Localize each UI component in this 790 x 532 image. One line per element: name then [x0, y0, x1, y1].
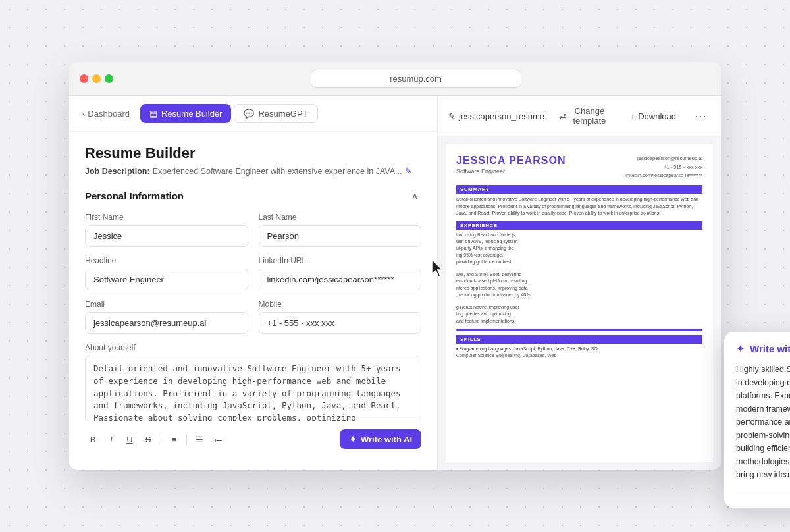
- change-template-button[interactable]: ⇄ Change template: [552, 103, 616, 129]
- skills-text: • Programming Languages: JavaScript, Pyt…: [456, 346, 702, 351]
- resume-linkedin: linkedin.com/jessicapearso-ia*******: [625, 172, 702, 180]
- bold-button[interactable]: B: [85, 431, 101, 447]
- last-name-group: Last Name: [259, 213, 422, 247]
- experience-list: tion using React and Node.js, tem on AWS…: [456, 232, 702, 325]
- left-panel: ‹ Dashboard ▤ Resume Builder 💬 ResumeGPT: [69, 96, 438, 470]
- underline-button[interactable]: U: [122, 431, 138, 447]
- resume-toolbar: ✎ jessicaperson_resume ⇄ Change template…: [438, 96, 721, 136]
- exp-detail-1a: tion using React and Node.js,: [456, 232, 516, 237]
- address-bar[interactable]: resumup.com: [311, 70, 521, 88]
- personal-info-title: Personal Information: [85, 190, 184, 201]
- form-area: Resume Builder Job Description: Experien…: [69, 132, 437, 470]
- job-desc-value: Experienced Software Engineer with exten…: [153, 167, 402, 176]
- linkedin-input[interactable]: [259, 269, 422, 290]
- tab-resume-builder[interactable]: ▤ Resume Builder: [140, 104, 232, 123]
- minimize-button[interactable]: [92, 74, 101, 83]
- ai-replace-button[interactable]: ↺ Replace: [748, 507, 790, 508]
- back-link[interactable]: ‹ Dashboard: [82, 109, 130, 119]
- filename-text: jessicaperson_resume: [459, 111, 544, 121]
- exp-meta-1: tion using React and Node.js,: [456, 232, 702, 237]
- strikethrough-button[interactable]: S: [140, 431, 156, 447]
- maximize-button[interactable]: [105, 74, 113, 83]
- back-chevron-icon: ‹: [82, 109, 85, 119]
- page-title: Resume Builder: [85, 145, 421, 162]
- write-ai-label: Write with AI: [361, 435, 412, 444]
- traffic-lights: [80, 74, 113, 83]
- bullet-2b: ers cloud-based platform, resulting: [456, 278, 702, 285]
- about-group: About yourself: [85, 343, 421, 424]
- resume-preview-area: JESSICA PEARSON Software Engineer jessic…: [438, 136, 721, 470]
- download-button[interactable]: ↓ Download: [624, 108, 683, 124]
- ai-suggestion-1: Highly skilled Software Engineer with a …: [736, 363, 790, 491]
- ai-popup-body: Highly skilled Software Engineer with a …: [724, 363, 790, 508]
- bullet-1a: tem on AWS, reducing system: [456, 238, 702, 246]
- close-button[interactable]: [80, 74, 88, 83]
- bullet-2d: , reducing production issues by 40%.: [456, 292, 702, 299]
- tab-resumegpt[interactable]: 💬 ResumeGPT: [234, 104, 317, 123]
- bullet-2c: ntered applications, improving data: [456, 285, 702, 292]
- more-options-button[interactable]: ⋯: [691, 107, 710, 124]
- last-name-label: Last Name: [259, 213, 422, 222]
- linkedin-group: LinkedIn URL: [259, 256, 422, 290]
- email-input[interactable]: [85, 312, 248, 334]
- resumegpt-icon: 💬: [244, 109, 254, 119]
- resume-name-block: JESSICA PEARSON Software Engineer: [456, 155, 566, 180]
- summary-text: Detail-oriented and innovative Software …: [456, 196, 702, 217]
- replace-icon: ↺: [748, 507, 755, 508]
- resume-email: jessicapearson@resumeup.ai: [625, 155, 702, 163]
- write-with-ai-button[interactable]: ✦ Write with AI: [340, 429, 421, 449]
- resume-header: JESSICA PEARSON Software Engineer jessic…: [456, 155, 702, 180]
- resume-headline: Software Engineer: [456, 168, 566, 174]
- job-desc-label: Job Description:: [85, 167, 150, 176]
- mobile-group: Mobile: [259, 300, 422, 334]
- edit-job-desc-icon[interactable]: ✎: [405, 166, 412, 176]
- ai-actions-row: ↺ Replace ⊕ Add Below: [736, 499, 790, 508]
- exp-item-3: g React Native, improving user ling quer…: [456, 302, 702, 325]
- experience-section-bar: EXPERIENCE: [456, 221, 702, 230]
- back-link-label: Dashboard: [88, 109, 130, 119]
- headline-group: Headline: [85, 256, 248, 290]
- personal-info-section-header: Personal Information ∧: [85, 189, 421, 202]
- top-nav: ‹ Dashboard ▤ Resume Builder 💬 ResumeGPT: [69, 96, 437, 132]
- mobile-input[interactable]: [259, 312, 422, 334]
- ai-sparkle-icon: ✦: [736, 342, 745, 355]
- skills-section-bar: SKILLS: [456, 335, 702, 344]
- skills-content: Programming Languages: JavaScript, Pytho…: [459, 346, 600, 351]
- ai-write-popup: ✦ Write with AI Highly skilled Software …: [724, 332, 790, 508]
- bullet-1c: ing 95% test coverage,: [456, 252, 702, 259]
- exp-item-2: ava, and Spring Boot, delivering ers clo…: [456, 269, 702, 299]
- contact-row: Email Mobile: [85, 300, 421, 334]
- bullet-3a: g React Native, improving user: [456, 304, 702, 311]
- browser-window: resumup.com ‹ Dashboard ▤ Resume Builder…: [69, 62, 721, 470]
- first-name-input[interactable]: [85, 225, 248, 247]
- about-textarea[interactable]: [85, 356, 421, 421]
- browser-chrome: resumup.com: [69, 62, 721, 96]
- about-label: About yourself: [85, 343, 421, 352]
- summary-section-bar: SUMMARY: [456, 185, 702, 194]
- resume-actions: ⇄ Change template ↓ Download ⋯: [552, 103, 710, 129]
- last-name-input[interactable]: [259, 225, 422, 247]
- bullet-3b: ling queries and optimizing: [456, 311, 702, 318]
- linkedin-label: LinkedIn URL: [259, 256, 422, 265]
- name-row: First Name Last Name: [85, 213, 421, 247]
- file-icon: ✎: [448, 111, 456, 121]
- list-ul-button[interactable]: ☰: [192, 431, 207, 447]
- tab-resumegpt-label: ResumeGPT: [258, 109, 307, 119]
- list-ol-button[interactable]: ≔: [210, 431, 226, 447]
- bullet-2a: ava, and Spring Boot, delivering: [456, 271, 702, 279]
- ai-popup-header: ✦ Write with AI: [724, 332, 790, 363]
- skills-bar: [456, 329, 702, 331]
- right-panel: ✎ jessicaperson_resume ⇄ Change template…: [438, 96, 721, 470]
- headline-input[interactable]: [85, 269, 248, 290]
- exp-bullets-3: g React Native, improving user ling quer…: [456, 304, 702, 325]
- section-collapse-button[interactable]: ∧: [408, 189, 421, 202]
- exp-bullets-2: ava, and Spring Boot, delivering ers clo…: [456, 271, 702, 299]
- editor-toolbar: B I U S ≡ ☰ ≔ ✦ Write with AI: [85, 429, 421, 449]
- write-ai-sparkle-icon: ✦: [349, 434, 357, 444]
- exp-bullets-1: tem on AWS, reducing system ul-party API…: [456, 238, 702, 266]
- bullet-3c: and feature implementations.: [456, 318, 702, 325]
- replace-label: Replace: [758, 507, 790, 508]
- align-button[interactable]: ≡: [166, 431, 182, 447]
- italic-button[interactable]: I: [103, 431, 119, 447]
- resume-filename: ✎ jessicaperson_resume: [448, 111, 544, 121]
